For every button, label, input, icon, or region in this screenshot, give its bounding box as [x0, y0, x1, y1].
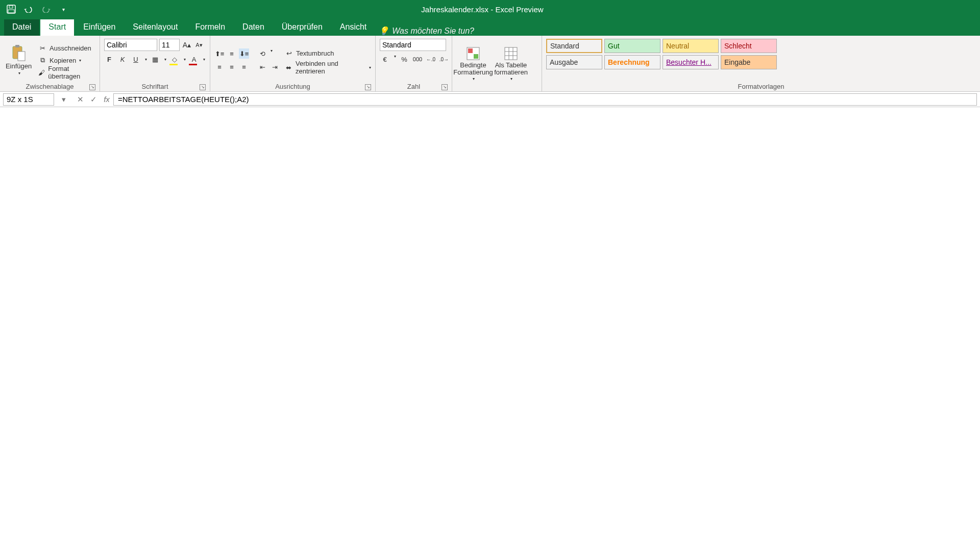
clipboard-dialog-icon[interactable]: ↘	[89, 84, 95, 90]
svg-rect-5	[18, 52, 25, 61]
align-middle-icon[interactable]: ≡	[227, 48, 237, 59]
italic-button[interactable]: K	[117, 54, 128, 64]
brush-icon: 🖌	[37, 67, 46, 78]
accounting-format-icon[interactable]: €	[380, 54, 390, 64]
shrink-font-icon[interactable]: A▾	[194, 40, 204, 50]
style-neutral[interactable]: Neutral	[663, 39, 719, 53]
tab-file[interactable]: Datei	[4, 19, 39, 36]
tell-me-search[interactable]: 💡 Was möchten Sie tun?	[379, 26, 474, 36]
fx-icon[interactable]: fx	[100, 95, 113, 104]
style-bad[interactable]: Schlecht	[721, 39, 777, 53]
align-center-icon[interactable]: ≡	[227, 62, 237, 72]
align-top-icon[interactable]: ⬆≡	[214, 48, 225, 59]
cut-label: Ausschneiden	[50, 44, 91, 52]
style-normal[interactable]: Standard	[546, 39, 602, 53]
style-neutral-label: Neutral	[666, 42, 689, 50]
copy-icon: ⧉	[37, 55, 47, 65]
tab-review[interactable]: Überprüfen	[274, 19, 331, 36]
tab-view[interactable]: Ansicht	[332, 19, 375, 36]
wrap-icon: ↩	[284, 48, 294, 58]
style-bad-label: Schlecht	[724, 42, 752, 50]
enter-formula-icon[interactable]: ✓	[87, 95, 100, 104]
tab-home[interactable]: Start	[40, 19, 74, 36]
svg-rect-1	[8, 10, 14, 13]
svg-rect-4	[15, 45, 19, 47]
cancel-formula-icon[interactable]: ✕	[74, 95, 87, 104]
underline-button[interactable]: U	[131, 54, 141, 64]
merge-label: Verbinden und zentrieren	[296, 60, 366, 75]
style-good-label: Gut	[608, 42, 620, 50]
alignment-group-label: Ausrichtung	[275, 83, 310, 90]
font-name-select[interactable]	[104, 39, 157, 51]
tab-formulas[interactable]: Formeln	[187, 19, 233, 36]
orientation-icon[interactable]: ⟲	[257, 48, 267, 59]
undo-icon[interactable]	[21, 2, 36, 16]
number-format-select[interactable]	[380, 39, 446, 51]
style-calc-label: Berechnung	[608, 58, 650, 66]
align-left-icon[interactable]: ≡	[214, 62, 225, 72]
number-dialog-icon[interactable]: ↘	[442, 84, 448, 90]
cut-button[interactable]: ✂Ausschneiden	[37, 42, 95, 54]
conditional-formatting-button[interactable]: Bedingte Formatierung▾	[456, 45, 490, 84]
wrap-text-button[interactable]: ↩Textumbruch	[284, 47, 371, 59]
number-group-label: Zahl	[407, 83, 420, 90]
style-visited[interactable]: Besuchter H...	[663, 55, 719, 69]
format-as-table-button[interactable]: Als Tabelle formatieren▾	[494, 45, 528, 84]
font-group-label: Schriftart	[141, 83, 168, 90]
cond-format-icon	[466, 46, 480, 61]
name-box[interactable]	[3, 93, 54, 106]
formula-input[interactable]	[113, 93, 977, 106]
title-bar: ▾ Jahreskalender.xlsx - Excel Preview	[0, 0, 980, 18]
style-input[interactable]: Eingabe	[721, 55, 777, 69]
merge-icon: ⬌	[284, 62, 293, 72]
comma-format-icon[interactable]: 000	[412, 54, 423, 64]
style-output[interactable]: Ausgabe	[546, 55, 602, 69]
table-icon	[504, 46, 518, 61]
clipboard-group-label: Zwischenablage	[26, 83, 74, 90]
copy-button[interactable]: ⧉Kopieren▾	[37, 55, 95, 66]
ribbon-tabs: Datei Start Einfügen Seitenlayout Formel…	[0, 18, 980, 36]
tab-data[interactable]: Daten	[234, 19, 273, 36]
increase-decimal-icon[interactable]: ←.0	[426, 54, 436, 64]
percent-format-icon[interactable]: %	[399, 54, 409, 64]
style-good[interactable]: Gut	[604, 39, 660, 53]
format-painter-button[interactable]: 🖌Format übertragen	[37, 67, 95, 78]
style-normal-label: Standard	[550, 42, 579, 50]
bold-button[interactable]: F	[104, 54, 114, 64]
indent-decrease-icon[interactable]: ⇤	[257, 62, 267, 72]
window-title: Jahreskalender.xlsx - Excel Preview	[70, 5, 894, 14]
font-dialog-icon[interactable]: ↘	[200, 84, 206, 90]
save-icon[interactable]	[4, 2, 18, 16]
paste-icon	[12, 44, 26, 62]
decrease-decimal-icon[interactable]: .0→	[439, 54, 449, 64]
tell-me-label: Was möchten Sie tun?	[392, 27, 474, 36]
quick-access-toolbar: ▾	[4, 2, 70, 16]
font-size-select[interactable]	[159, 39, 180, 51]
borders-button[interactable]: ▦	[150, 54, 160, 64]
ribbon: Einfügen ▾ ✂Ausschneiden ⧉Kopieren▾ 🖌For…	[0, 36, 980, 92]
align-bottom-icon[interactable]: ⬇≡	[239, 48, 249, 59]
svg-rect-8	[474, 54, 478, 59]
style-calc[interactable]: Berechnung	[604, 55, 660, 69]
indent-increase-icon[interactable]: ⇥	[270, 62, 280, 72]
merge-center-button[interactable]: ⬌Verbinden und zentrieren▾	[284, 62, 371, 73]
qat-customize-icon[interactable]: ▾	[56, 2, 70, 16]
align-right-icon[interactable]: ≡	[239, 62, 249, 72]
style-output-label: Ausgabe	[550, 58, 578, 66]
svg-rect-9	[505, 47, 517, 60]
format-painter-label: Format übertragen	[48, 65, 95, 80]
style-input-label: Eingabe	[724, 58, 750, 66]
paste-button[interactable]: Einfügen ▾	[4, 41, 33, 80]
lightbulb-icon: 💡	[379, 26, 389, 36]
tab-insert[interactable]: Einfügen	[75, 19, 124, 36]
grow-font-icon[interactable]: A▴	[182, 40, 192, 50]
svg-rect-2	[9, 6, 13, 8]
tab-pagelayout[interactable]: Seitenlayout	[125, 19, 186, 36]
fill-color-button[interactable]: ◇	[169, 54, 180, 64]
cond-format-label: Bedingte Formatierung	[453, 62, 493, 77]
redo-icon[interactable]	[39, 2, 53, 16]
alignment-dialog-icon[interactable]: ↘	[365, 84, 371, 90]
namebox-dropdown-icon[interactable]: ▾	[57, 95, 70, 104]
font-color-button[interactable]: A	[189, 54, 199, 64]
style-visited-label: Besuchter H...	[666, 58, 712, 66]
